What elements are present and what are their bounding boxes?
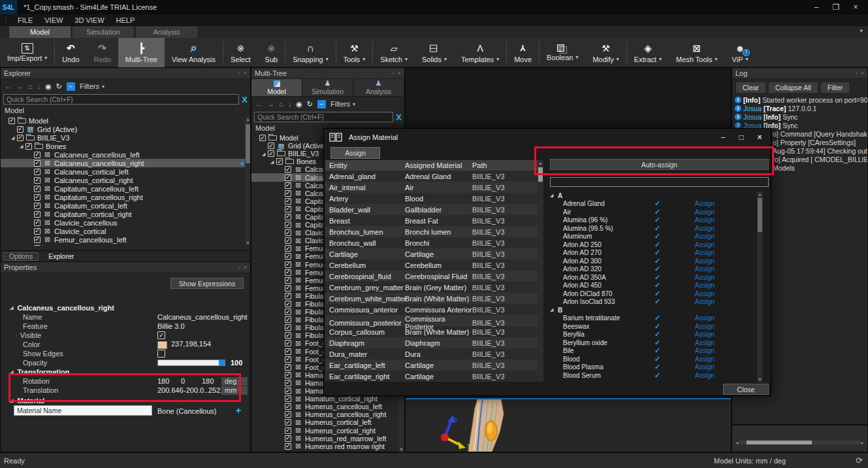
toolbar-button[interactable]: Templates ▾ (454, 38, 506, 67)
material-row[interactable]: ◢ Alumina (96 %) ✓ Assign (550, 216, 755, 225)
panel-close-icon[interactable]: × (861, 70, 864, 76)
show-expressions-button[interactable]: Show Expressions (170, 278, 244, 289)
search-clear-icon[interactable]: X (242, 95, 248, 105)
log-button[interactable]: Clear▾ (736, 82, 765, 93)
visibility-checkbox[interactable] (285, 427, 291, 434)
material-row[interactable]: ◢ Barium tetratitanate ✓ Assign (550, 314, 755, 323)
tree-item[interactable]: ◢ Clavicle_cortical ◄ (1, 227, 250, 235)
explorer-scrollbar[interactable]: ▲ ▼ (245, 116, 250, 246)
color-swatch[interactable] (157, 341, 167, 349)
translation-x[interactable]: 200.646 (157, 386, 184, 394)
menu-item[interactable]: 3D VIEW (69, 16, 110, 24)
visibility-checkbox[interactable] (285, 356, 291, 363)
add-material-icon[interactable]: + (236, 405, 241, 416)
tree-item[interactable]: ◢ Clavicle_cancellous ◄ (1, 218, 250, 227)
tree-item[interactable]: ◢ Bones ◄ (1, 142, 250, 150)
tree-item[interactable]: ◢ Capitatum_cortical_right ◄ (1, 210, 250, 218)
material-assign-link[interactable]: Assign (695, 298, 715, 305)
tree-item[interactable]: ◢ Humerus_cancellous_left ◄ (251, 403, 404, 410)
pin-icon[interactable]: ▫ (856, 70, 858, 76)
ribbon-tab[interactable]: Simulation (72, 26, 134, 38)
panel-close-icon[interactable]: × (244, 70, 247, 76)
panel-close-icon[interactable]: × (244, 264, 247, 271)
table-row[interactable]: Cerebrum_white_matter Brain (White Matte… (325, 293, 538, 304)
menu-item[interactable]: VIEW (39, 16, 69, 24)
material-row[interactable]: ◢ Adrenal Gland ✓ Assign (550, 200, 755, 209)
collapse-all-icon[interactable]: − (67, 82, 75, 91)
table-row[interactable]: Cerebrospinal_fluid Cerebrospinal Fluid … (325, 271, 538, 282)
visibility-checkbox[interactable] (285, 206, 291, 212)
material-row[interactable]: ◢ Arlon AD 350A ✓ Assign (550, 273, 755, 282)
table-row[interactable]: Breast Breast Fat BIILIE_V3 (325, 215, 538, 226)
visibility-checkbox[interactable] (285, 277, 291, 284)
bottom-tab[interactable]: Explorer (42, 252, 80, 261)
tree-item[interactable]: ◢ Capitatum_cortical_left ◄ (1, 201, 250, 210)
visibility-checkbox[interactable] (34, 160, 40, 167)
table-row[interactable]: Adrenal_gland Adrenal Gland BIILIE_V3 (325, 171, 538, 182)
material-assign-link[interactable]: Assign (695, 216, 715, 224)
visibility-checkbox[interactable] (268, 150, 274, 157)
visibility-icon[interactable]: ◉ (45, 82, 52, 91)
down-icon[interactable]: ↓ (37, 82, 41, 90)
visibility-checkbox[interactable] (268, 142, 274, 149)
tree-item[interactable]: ◢ Capitatum_cancellous_right ◄ (1, 193, 250, 201)
toolbar-button[interactable]: Multi-Tree ▾ (118, 38, 165, 67)
toolbar-button[interactable]: View Analysis ▾ (165, 38, 223, 67)
tree-item[interactable]: ◢ Grid (Active) ◄ (1, 125, 250, 133)
visibility-checkbox[interactable] (285, 411, 291, 418)
tree-item[interactable]: ◢ BIILIE_V3 ◄ (1, 133, 250, 142)
table-row[interactable]: Artery Blood BIILIE_V3 (325, 193, 538, 204)
material-filter-input[interactable] (550, 177, 769, 187)
tree-item[interactable]: ◢ Calcaneus_cancellous_right ◄ (1, 159, 250, 167)
visibility-checkbox[interactable] (285, 190, 291, 197)
rotation-x[interactable]: 180 (157, 377, 169, 385)
show-edges-checkbox[interactable] (157, 350, 165, 358)
visibility-checkbox[interactable] (259, 135, 266, 141)
multi-tree-tab[interactable]: Analysis (353, 79, 404, 96)
visibility-checkbox[interactable] (285, 166, 291, 173)
visibility-checkbox[interactable] (34, 245, 40, 246)
visibility-checkbox[interactable] (34, 237, 40, 243)
visibility-checkbox[interactable] (17, 126, 24, 133)
expand-arrow-icon[interactable]: ◢ (11, 135, 17, 140)
tree-item[interactable]: ◢ Calcaneus_cancellous_left ◄ (1, 150, 250, 159)
toolbar-button[interactable]: Solids ▾ (415, 38, 454, 67)
dropdown-caret-icon[interactable]: ▾ (659, 56, 662, 62)
visibility-checkbox[interactable] (285, 340, 291, 346)
back-icon[interactable]: ← (255, 100, 263, 108)
dropdown-caret-icon[interactable]: ▾ (405, 56, 408, 62)
dropdown-caret-icon[interactable]: ▾ (326, 56, 329, 62)
tree-item[interactable]: ◢ Femur_cancellous_left ◄ (1, 235, 250, 244)
visibility-checkbox[interactable] (285, 175, 291, 181)
material-row[interactable]: ◢ Arlon AD 300 ✓ Assign (550, 257, 755, 265)
expand-arrow-icon[interactable]: ◢ (20, 144, 25, 148)
visible-checkbox[interactable] (157, 331, 165, 339)
expand-arrow-icon[interactable]: ◢ (270, 159, 276, 164)
material-row[interactable]: ◢ Blood Plasma ✓ Assign (550, 363, 755, 372)
visibility-checkbox[interactable] (285, 435, 291, 442)
tree-item[interactable]: ◢ Model ◄ (1, 116, 250, 125)
forward-icon[interactable]: → (267, 100, 274, 108)
table-row[interactable]: Ear_cartilage_left Cartilage BIILIE_V3 (325, 359, 538, 371)
tree-item[interactable]: ◢ Calcaneus_cortical_right ◄ (1, 176, 250, 184)
group-arrow-icon[interactable]: ◢ (550, 307, 558, 312)
material-row[interactable]: ◢ A ✓ Assign (550, 192, 755, 200)
expand-arrow-icon[interactable]: ◢ (262, 152, 268, 156)
dropdown-caret-icon[interactable]: ▾ (444, 56, 447, 62)
visibility-checkbox[interactable] (285, 388, 291, 394)
menu-item[interactable]: HELP (110, 16, 141, 24)
bottom-tab[interactable]: Options (3, 252, 39, 261)
name-value[interactable]: Calcaneus_cancellous_right (157, 313, 248, 321)
visibility-checkbox[interactable] (34, 152, 40, 158)
material-assign-link[interactable]: Assign (695, 225, 715, 232)
material-assign-link[interactable]: Assign (695, 331, 715, 338)
toolbar-button[interactable]: Snapping ▾ (285, 38, 336, 67)
material-name-input[interactable] (14, 405, 152, 416)
visibility-checkbox[interactable] (34, 220, 40, 226)
visibility-checkbox[interactable] (285, 261, 291, 268)
dropdown-caret-icon[interactable]: ▾ (44, 55, 47, 61)
ribbon-tab[interactable]: Analysis (136, 26, 197, 38)
visibility-checkbox[interactable] (8, 118, 15, 124)
toolbar-button[interactable]: Sub ▾ (258, 38, 285, 67)
dropdown-caret-icon[interactable]: ▾ (617, 56, 619, 62)
